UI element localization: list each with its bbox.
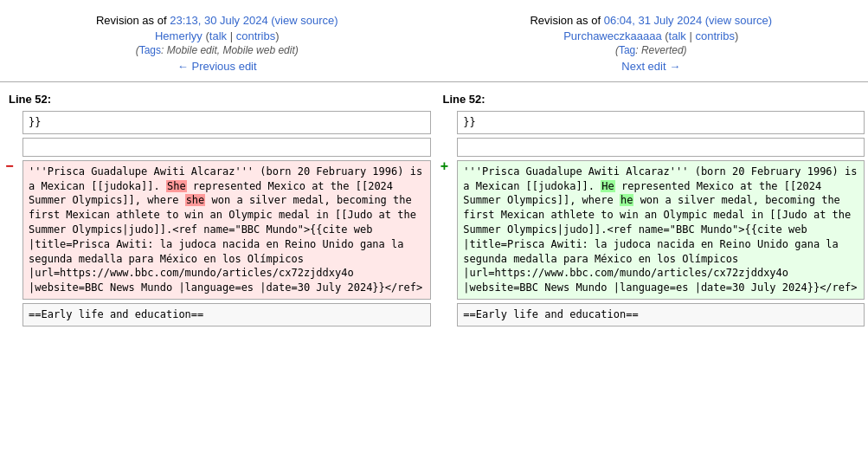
table-row: − '''Prisca Guadalupe Awiti Alcaraz''' (… <box>0 158 868 301</box>
right-revision-link[interactable]: 06:04, 31 July 2024 <box>604 14 702 27</box>
right-empty-box <box>457 138 865 157</box>
right-line-label: Line 52: <box>434 89 869 109</box>
left-tags-line: (Tags: Mobile edit, Mobile web edit) <box>9 44 426 56</box>
header-row: Revision as of 23:13, 30 July 2024 (view… <box>0 9 868 78</box>
left-marker-minus: − <box>0 158 19 301</box>
left-marker-4 <box>0 301 19 328</box>
right-marker-2 <box>434 136 453 158</box>
right-revision-prefix: Revision as of <box>530 14 603 27</box>
left-revision-link[interactable]: 23:13, 30 July 2024 <box>170 14 267 27</box>
right-header: Revision as of 06:04, 31 July 2024 (view… <box>434 9 869 78</box>
left-cell-2 <box>19 136 434 158</box>
right-cell-4: ==Early life and education== <box>453 301 868 328</box>
left-view-source-link[interactable]: (view source) <box>271 14 338 27</box>
right-main-box: '''Prisca Guadalupe Awiti Alcaraz''' (bo… <box>457 160 865 300</box>
left-marker-2 <box>0 136 19 158</box>
line-label-row: Line 52: Line 52: <box>0 89 868 109</box>
left-cell-1: }} <box>19 109 434 136</box>
table-row <box>0 136 868 158</box>
right-user-line: Purchaweczkaaaaa (talk | contribs) <box>443 29 860 42</box>
left-nav-link: ← Previous edit <box>9 60 426 73</box>
right-cell-main: '''Prisca Guadalupe Awiti Alcaraz''' (bo… <box>453 158 868 301</box>
left-section-box: ==Early life and education== <box>23 303 431 326</box>
right-cell-2 <box>453 136 868 158</box>
left-empty-box <box>23 138 431 157</box>
right-section-box: ==Early life and education== <box>457 303 865 326</box>
left-revision-title: Revision as of 23:13, 30 July 2024 (view… <box>9 14 426 27</box>
left-revision-prefix: Revision as of <box>96 14 170 27</box>
left-user-link[interactable]: Hemerlyy <box>155 29 203 42</box>
right-marker-4 <box>434 301 453 328</box>
left-marker-1 <box>0 109 19 136</box>
left-cell-main: '''Prisca Guadalupe Awiti Alcaraz''' (bo… <box>19 158 434 301</box>
right-nav-link: Next edit → <box>443 60 860 73</box>
left-main-box: '''Prisca Guadalupe Awiti Alcaraz''' (bo… <box>23 160 431 300</box>
left-contribs-link[interactable]: contribs <box>236 29 276 42</box>
left-user-line: Hemerlyy (talk | contribs) <box>9 29 426 42</box>
right-revision-title: Revision as of 06:04, 31 July 2024 (view… <box>443 14 860 27</box>
table-row: ==Early life and education== ==Early lif… <box>0 301 868 328</box>
left-header: Revision as of 23:13, 30 July 2024 (view… <box>0 9 434 78</box>
right-view-source-link[interactable]: (view source) <box>705 14 772 27</box>
left-line-label: Line 52: <box>0 89 434 109</box>
left-curly-box: }} <box>23 111 431 134</box>
next-edit-link[interactable]: Next edit → <box>621 60 680 73</box>
right-curly-box: }} <box>457 111 865 134</box>
table-row: }} }} <box>0 109 868 136</box>
diff-table: }} }} − '''Prisca Guadalupe Awiti Alcara… <box>0 109 868 328</box>
right-marker-1 <box>434 109 453 136</box>
left-cell-4: ==Early life and education== <box>19 301 434 328</box>
right-cell-1: }} <box>453 109 868 136</box>
right-user-link[interactable]: Purchaweczkaaaaa <box>563 29 661 42</box>
left-talk-link[interactable]: talk <box>209 29 227 42</box>
header-divider <box>0 81 868 82</box>
left-tags-label[interactable]: Tags <box>139 44 161 56</box>
diff-container: Revision as of 23:13, 30 July 2024 (view… <box>0 0 868 337</box>
right-marker-plus: + <box>434 158 453 301</box>
right-tags-line: (Tag: Reverted) <box>443 44 860 56</box>
right-talk-link[interactable]: talk <box>669 29 686 42</box>
right-contribs-link[interactable]: contribs <box>695 29 735 42</box>
right-tags-label[interactable]: Tag <box>619 44 635 56</box>
prev-edit-link[interactable]: ← Previous edit <box>177 60 257 73</box>
